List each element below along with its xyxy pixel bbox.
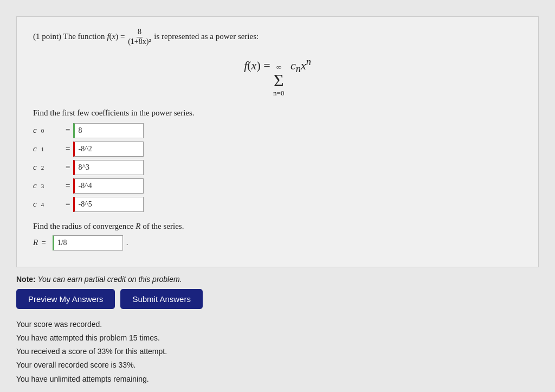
radius-label: Find the radius of convergence bbox=[33, 222, 135, 230]
equals-0: = bbox=[66, 126, 70, 135]
note-label: Note: bbox=[16, 275, 36, 284]
coeff-row-4: c4 = bbox=[33, 197, 522, 212]
problem-statement: (1 point) The function f(x) = 8(1+8x)² i… bbox=[33, 28, 522, 47]
fraction-denominator: (1+8x)² bbox=[127, 37, 152, 47]
preview-button[interactable]: Preview My Answers bbox=[16, 289, 115, 309]
coeff-label-0: c0 bbox=[33, 126, 66, 135]
score-line-1: Your score was recorded. bbox=[16, 318, 539, 331]
equals-4: = bbox=[66, 200, 70, 209]
sigma-bottom: n=0 bbox=[273, 89, 284, 98]
score-line-3: You received a score of 33% for this att… bbox=[16, 345, 539, 358]
statement-prefix: (1 point) The function bbox=[33, 32, 107, 41]
score-section: Your score was recorded. You have attemp… bbox=[16, 318, 539, 386]
func-name: f(x) bbox=[107, 32, 118, 41]
coeff-row-1: c1 = bbox=[33, 142, 522, 157]
equals-2: = bbox=[66, 163, 70, 172]
coeff-input-3[interactable] bbox=[73, 178, 144, 194]
equals-sign: = bbox=[118, 32, 127, 41]
series-term: cnxn bbox=[291, 59, 311, 72]
series-display: f(x) = ∞ Σ n=0 cnxn bbox=[33, 56, 522, 98]
find-coefficients-label: Find the first few coefficients in the p… bbox=[33, 108, 522, 118]
equals-1: = bbox=[66, 144, 70, 153]
score-line-2: You have attempted this problem 15 times… bbox=[16, 331, 539, 345]
radius-input[interactable] bbox=[53, 235, 123, 250]
radius-suffix: of the series. bbox=[140, 222, 184, 230]
problem-box: (1 point) The function f(x) = 8(1+8x)² i… bbox=[16, 16, 539, 267]
radius-R-label: R bbox=[33, 238, 38, 247]
fraction: 8(1+8x)² bbox=[127, 28, 152, 47]
fraction-numerator: 8 bbox=[137, 28, 143, 37]
score-line-5: You have unlimited attempts remaining. bbox=[16, 372, 539, 386]
equals-3: = bbox=[66, 181, 70, 190]
coeff-row-0: c0 = bbox=[33, 123, 522, 138]
radius-period: . bbox=[126, 238, 128, 247]
note-text: You can earn partial credit on this prob… bbox=[36, 275, 182, 284]
coeff-label-1: c1 bbox=[33, 144, 66, 153]
coeff-input-1[interactable] bbox=[73, 142, 144, 157]
coeff-label-3: c3 bbox=[33, 181, 66, 190]
note-section: Note: You can earn partial credit on thi… bbox=[16, 275, 539, 284]
series-label: f(x) = bbox=[244, 59, 273, 72]
coefficient-rows: c0 = c1 = c2 = c3 = c4 = bbox=[33, 123, 522, 212]
coeff-row-2: c2 = bbox=[33, 160, 522, 175]
coeff-label-2: c2 bbox=[33, 163, 66, 172]
statement-suffix: is represented as a power series: bbox=[152, 32, 259, 41]
submit-button[interactable]: Submit Answers bbox=[120, 289, 203, 309]
radius-section: Find the radius of convergence R of the … bbox=[33, 222, 522, 250]
radius-row: R = . bbox=[33, 235, 522, 250]
buttons-row: Preview My Answers Submit Answers bbox=[16, 289, 539, 309]
coeff-input-0[interactable] bbox=[73, 123, 144, 138]
coeff-input-2[interactable] bbox=[73, 160, 144, 175]
sigma-container: ∞ Σ n=0 bbox=[273, 63, 284, 98]
coeff-input-4[interactable] bbox=[73, 197, 144, 212]
page-container: (1 point) The function f(x) = 8(1+8x)² i… bbox=[0, 0, 555, 392]
score-line-4: Your overall recorded score is 33%. bbox=[16, 358, 539, 372]
coeff-row-3: c3 = bbox=[33, 178, 522, 194]
radius-equals: = bbox=[41, 238, 46, 247]
sigma-symbol: Σ bbox=[274, 72, 284, 89]
coeff-label-4: c4 bbox=[33, 200, 66, 209]
